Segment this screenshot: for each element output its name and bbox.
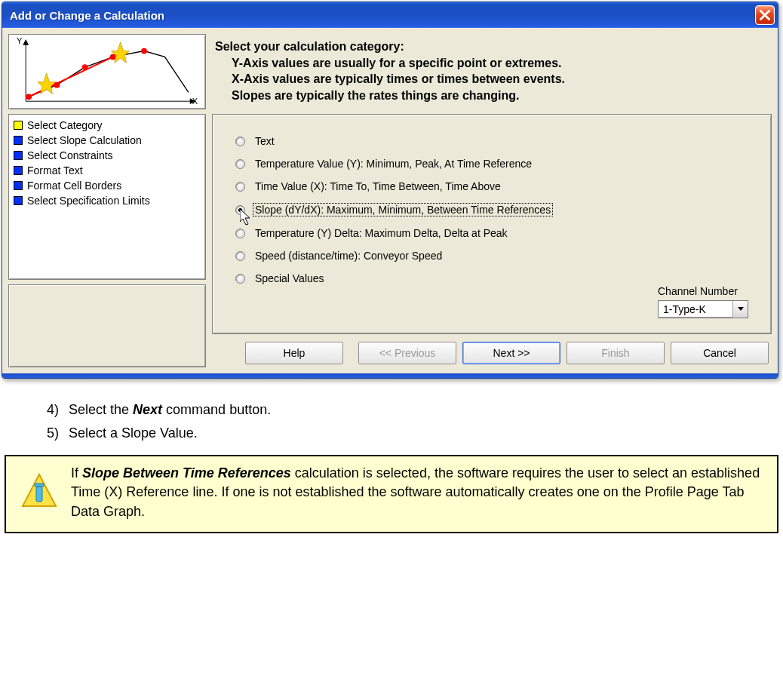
- radio-icon: [235, 274, 245, 284]
- titlebar: Add or Change a Calculation: [2, 2, 778, 28]
- step-number: 4): [38, 398, 59, 422]
- svg-point-8: [141, 48, 147, 54]
- help-button[interactable]: Help: [245, 342, 343, 364]
- channel-label: Channel Number: [658, 285, 748, 297]
- step-marker-icon: [14, 166, 23, 175]
- radio-temperature-value[interactable]: Temperature Value (Y): Minimum, Peak, At…: [235, 158, 748, 170]
- step-label: Select Constraints: [27, 149, 113, 161]
- step-marker-icon: [14, 121, 23, 130]
- radio-icon: [235, 182, 245, 192]
- radio-icon: [235, 205, 245, 215]
- step-number: 5): [38, 422, 59, 445]
- axis-y-label: Y: [17, 36, 22, 45]
- step-label: Select Category: [27, 119, 103, 131]
- note-bold: Slope Between Time References: [82, 465, 291, 480]
- radio-time-value[interactable]: Time Value (X): Time To, Time Between, T…: [235, 180, 748, 192]
- warning-icon: [21, 473, 57, 509]
- heading-sub-3: Slopes are typically the rates things ar…: [215, 88, 769, 104]
- step-text-bold: Next: [133, 402, 162, 417]
- instruction-list: 4) Select the Next command button. 5) Se…: [0, 385, 783, 452]
- radio-slope[interactable]: Slope (dY/dX): Maximum, Minimum, Between…: [235, 203, 748, 216]
- description-box: [8, 284, 206, 367]
- radio-label: Temperature (Y) Delta: Maximum Delta, De…: [253, 227, 510, 239]
- note-box: If Slope Between Time References calcula…: [5, 455, 778, 533]
- calculation-wizard-dialog: Add or Change a Calculation: [2, 2, 778, 379]
- instruction-step-4: 4) Select the Next command button.: [38, 398, 783, 422]
- preview-chart: [9, 35, 205, 109]
- previous-button[interactable]: << Previous: [358, 342, 456, 364]
- heading-block: Select your calculation category: Y-Axis…: [212, 34, 772, 114]
- step-format-cell-borders[interactable]: Format Cell Borders: [14, 178, 201, 193]
- client-area: Y X Select Category Select Slope Calcula…: [2, 28, 778, 373]
- step-marker-icon: [14, 196, 23, 205]
- step-marker-icon: [14, 151, 23, 160]
- chevron-down-icon: [732, 301, 748, 318]
- close-button[interactable]: [755, 5, 775, 25]
- button-row: Help << Previous Next >> Finish Cancel: [212, 334, 772, 367]
- heading-sub-2: X-Axis values are typically times or tim…: [215, 71, 769, 88]
- step-select-slope-calculation[interactable]: Select Slope Calculation: [14, 133, 201, 148]
- channel-number-block: Channel Number 1-Type-K: [658, 285, 748, 318]
- radio-label: Slope (dY/dX): Maximum, Minimum, Between…: [253, 203, 553, 216]
- window-title: Add or Change a Calculation: [10, 9, 755, 22]
- step-select-constraints[interactable]: Select Constraints: [14, 148, 201, 163]
- svg-rect-16: [35, 484, 44, 487]
- step-select-specification-limits[interactable]: Select Specification Limits: [14, 193, 201, 208]
- cancel-button[interactable]: Cancel: [671, 342, 769, 364]
- instruction-step-5: 5) Select a Slope Value.: [38, 422, 783, 445]
- button-label: Cancel: [703, 347, 736, 359]
- button-label: Next >>: [493, 347, 530, 359]
- button-label: Help: [284, 347, 306, 359]
- step-text-post: command button.: [162, 402, 271, 417]
- note-pre: If: [71, 465, 82, 480]
- step-format-text[interactable]: Format Text: [14, 163, 201, 178]
- step-marker-icon: [14, 136, 23, 145]
- heading-main: Select your calculation category:: [215, 38, 769, 55]
- button-label: Finish: [601, 347, 629, 359]
- step-marker-icon: [14, 181, 23, 190]
- step-label: Format Text: [27, 164, 83, 177]
- wizard-step-list: Select Category Select Slope Calculation…: [8, 114, 206, 280]
- step-label: Select Specification Limits: [27, 195, 150, 207]
- close-icon: [760, 10, 770, 20]
- svg-marker-1: [23, 39, 29, 45]
- radio-label: Special Values: [253, 272, 327, 284]
- radio-label: Speed (distance/time): Conveyor Speed: [253, 250, 444, 262]
- radio-speed[interactable]: Speed (distance/time): Conveyor Speed: [235, 250, 748, 262]
- radio-label: Temperature Value (Y): Minimum, Peak, At…: [253, 158, 534, 170]
- step-text-pre: Select the: [69, 402, 133, 417]
- bottom-blue-strip: [2, 373, 778, 378]
- step-select-category[interactable]: Select Category: [14, 118, 201, 133]
- radio-icon: [235, 137, 245, 146]
- radio-label: Time Value (X): Time To, Time Between, T…: [253, 180, 503, 192]
- channel-dropdown[interactable]: 1-Type-K: [658, 300, 748, 318]
- right-column: Select your calculation category: Y-Axis…: [212, 34, 772, 367]
- radio-special-values[interactable]: Special Values: [235, 272, 748, 284]
- radio-temperature-delta[interactable]: Temperature (Y) Delta: Maximum Delta, De…: [235, 227, 748, 239]
- axis-x-label: X: [192, 97, 198, 106]
- category-radio-panel: Text Temperature Value (Y): Minimum, Pea…: [212, 114, 772, 334]
- radio-text[interactable]: Text: [235, 135, 748, 147]
- button-label: << Previous: [379, 347, 436, 359]
- radio-icon: [235, 159, 245, 169]
- note-text: If Slope Between Time References calcula…: [71, 464, 762, 521]
- svg-marker-11: [112, 42, 130, 63]
- dropdown-value: 1-Type-K: [659, 303, 732, 315]
- next-button[interactable]: Next >>: [462, 342, 560, 364]
- left-column: Y X Select Category Select Slope Calcula…: [8, 34, 206, 367]
- finish-button[interactable]: Finish: [567, 342, 665, 364]
- svg-rect-15: [36, 487, 42, 502]
- step-label: Format Cell Borders: [27, 180, 121, 192]
- radio-icon: [235, 229, 245, 238]
- step-label: Select Slope Calculation: [27, 134, 142, 146]
- heading-sub-1: Y-Axis values are usually for a specific…: [215, 55, 769, 72]
- svg-marker-13: [738, 307, 744, 311]
- graph-preview: Y X: [8, 34, 206, 109]
- radio-icon: [235, 251, 245, 261]
- step-text: Select a Slope Value.: [69, 425, 198, 441]
- radio-label: Text: [253, 135, 277, 147]
